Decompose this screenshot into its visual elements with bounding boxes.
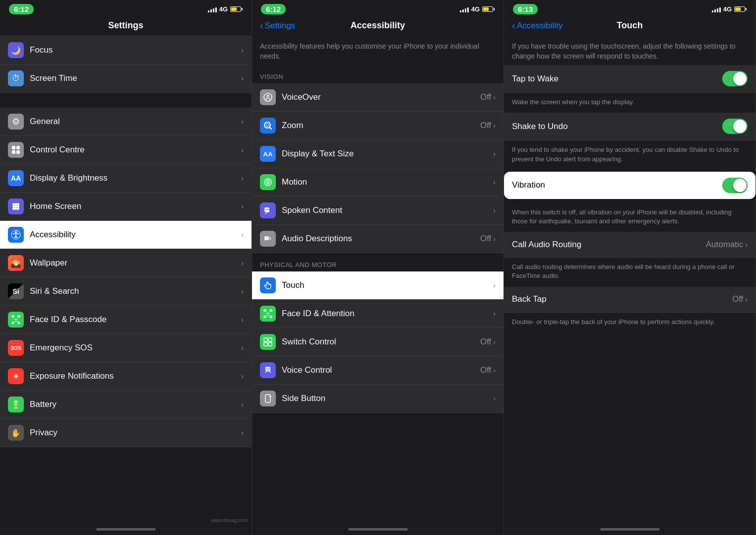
sidebar-item-emergencysos[interactable]: SOS Emergency SOS › bbox=[0, 334, 252, 362]
sidebar-item-battery[interactable]: 🔋 Battery › bbox=[0, 391, 252, 419]
accessibility-description: Accessibility features help you customis… bbox=[252, 36, 504, 65]
audio-chevron: › bbox=[493, 235, 496, 243]
status-bar-3: 6:13 4G bbox=[504, 0, 756, 16]
svg-rect-0 bbox=[12, 146, 15, 149]
svg-point-21 bbox=[264, 93, 272, 101]
touch-item-backtap[interactable]: Back Tap Off › bbox=[504, 287, 756, 313]
status-bar-2: 6:12 4G bbox=[252, 0, 504, 16]
svg-rect-41 bbox=[268, 342, 272, 346]
sidebar-item-spoken[interactable]: Spoken Content › bbox=[252, 197, 504, 225]
sidebar-item-focus[interactable]: 🌙 Focus › bbox=[0, 36, 252, 65]
spoken-label: Spoken Content bbox=[282, 205, 342, 215]
sidebar-item-displaytext[interactable]: AA Display & Text Size › bbox=[252, 140, 504, 168]
accessibility-icon bbox=[8, 227, 24, 243]
sidebar-item-wallpaper[interactable]: 🌄 Wallpaper › bbox=[0, 249, 252, 277]
audio-value: Off bbox=[480, 234, 491, 244]
sidebar-item-voiceover[interactable]: VoiceOver Off › bbox=[252, 83, 504, 112]
backtap-value: Off bbox=[732, 294, 743, 304]
touch-item-shaketoundo[interactable]: Shake to Undo bbox=[504, 113, 756, 140]
sidebar-item-display[interactable]: AA Display & Brightness › bbox=[0, 164, 252, 193]
svg-rect-1 bbox=[16, 146, 20, 149]
sidebar-item-faceid[interactable]: Face ID & Passcode › bbox=[0, 306, 252, 334]
sidebar-item-siri[interactable]: Si Siri & Search › bbox=[0, 277, 252, 306]
touch-icon bbox=[260, 277, 276, 293]
svg-rect-34 bbox=[264, 316, 266, 318]
touch-item-taptowake[interactable]: Tap to Wake bbox=[504, 65, 756, 93]
svg-line-25 bbox=[270, 128, 272, 130]
audio-label: Audio Descriptions bbox=[282, 234, 352, 244]
back-button-2[interactable]: ‹ Settings bbox=[260, 20, 295, 31]
privacy-label: Privacy bbox=[30, 428, 58, 438]
watermark: www.deuag.com bbox=[211, 518, 248, 523]
time-3: 6:13 bbox=[513, 4, 538, 14]
voicecontrol-chevron: › bbox=[493, 366, 496, 374]
page-title-1: Settings bbox=[108, 20, 143, 31]
spoken-icon bbox=[260, 202, 276, 218]
svg-rect-38 bbox=[264, 338, 267, 341]
sidebar-item-sidebutton[interactable]: Side Button › bbox=[252, 385, 504, 413]
callaudiorouting-chevron: › bbox=[745, 241, 748, 249]
svg-point-37 bbox=[269, 313, 270, 314]
sidebar-item-switchcontrol[interactable]: Switch Control Off › bbox=[252, 328, 504, 356]
zoom-value: Off bbox=[480, 121, 491, 131]
sidebar-item-exposure[interactable]: ☀ Exposure Notifications › bbox=[0, 362, 252, 391]
general-chevron: › bbox=[241, 118, 244, 126]
sidebar-item-homescreen[interactable]: Home Screen › bbox=[0, 193, 252, 221]
network-type-1: 4G bbox=[219, 5, 228, 13]
page-title-3: Touch bbox=[617, 20, 643, 31]
sidebar-item-general[interactable]: ⚙ General › bbox=[0, 108, 252, 136]
motion-label: Motion bbox=[282, 177, 307, 187]
sidebar-item-touch[interactable]: Touch › bbox=[252, 271, 504, 300]
taptowake-toggle[interactable] bbox=[722, 71, 748, 86]
sidebar-item-accessibility[interactable]: Accessibility › bbox=[0, 221, 252, 249]
svg-point-43 bbox=[266, 368, 267, 369]
status-right-1: 4G bbox=[208, 5, 243, 13]
svg-point-44 bbox=[268, 368, 269, 369]
motion-icon bbox=[260, 174, 276, 190]
displaytext-chevron: › bbox=[493, 150, 496, 158]
sidebar-item-privacy[interactable]: ✋ Privacy › bbox=[0, 419, 252, 447]
display-icon: AA bbox=[8, 170, 24, 186]
voiceover-chevron: › bbox=[493, 93, 496, 101]
sidebar-item-motion[interactable]: Motion › bbox=[252, 168, 504, 197]
sidebar-item-audio[interactable]: Audio Descriptions Off › bbox=[252, 225, 504, 253]
displaytext-label: Display & Text Size bbox=[282, 149, 354, 159]
svg-point-4 bbox=[12, 203, 15, 205]
back-label-2: Settings bbox=[265, 21, 295, 31]
exposure-chevron: › bbox=[241, 372, 244, 380]
sidebar-item-zoom[interactable]: Zoom Off › bbox=[252, 112, 504, 140]
svg-rect-35 bbox=[270, 316, 272, 318]
sidebar-item-controlcentre[interactable]: Control Centre › bbox=[0, 136, 252, 164]
back-button-3[interactable]: ‹ Accessibility bbox=[512, 20, 563, 31]
switchcontrol-value: Off bbox=[480, 337, 491, 347]
touch-item-vibration[interactable]: Vibration bbox=[504, 172, 756, 199]
zoom-icon bbox=[260, 118, 276, 134]
shaketoundo-toggle[interactable] bbox=[722, 119, 748, 134]
sidebar-item-voicecontrol[interactable]: Voice Control Off › bbox=[252, 356, 504, 385]
controlcentre-label: Control Centre bbox=[30, 145, 85, 155]
faceidattention-label: Face ID & Attention bbox=[282, 309, 354, 319]
signal-icon-3 bbox=[712, 6, 721, 12]
spoken-chevron: › bbox=[493, 206, 496, 214]
sidebar-item-faceidattention[interactable]: Face ID & Attention › bbox=[252, 300, 504, 328]
voicecontrol-icon bbox=[260, 362, 276, 378]
homescreen-icon bbox=[8, 199, 24, 214]
time-2: 6:12 bbox=[261, 4, 286, 14]
wallpaper-icon: 🌄 bbox=[8, 255, 24, 271]
touch-item-callaudiorouting[interactable]: Call Audio Routing Automatic › bbox=[504, 232, 756, 258]
sidebar-item-screentime[interactable]: ⏱ Screen Time › bbox=[0, 65, 252, 93]
faceid-label: Face ID & Passcode bbox=[30, 315, 107, 325]
voiceover-icon bbox=[260, 89, 276, 105]
panel-settings: 6:12 4G Settings 🌙 bbox=[0, 0, 252, 535]
exposure-icon: ☀ bbox=[8, 368, 24, 384]
sidebutton-icon bbox=[260, 391, 276, 406]
siri-chevron: › bbox=[241, 287, 244, 295]
vibration-toggle[interactable] bbox=[722, 178, 748, 193]
svg-point-19 bbox=[14, 319, 15, 320]
general-label: General bbox=[30, 117, 60, 127]
svg-rect-2 bbox=[12, 150, 15, 154]
vibration-label: Vibration bbox=[512, 180, 545, 190]
callaudiorouting-label: Call Audio Routing bbox=[512, 240, 581, 250]
signal-icon-1 bbox=[208, 6, 217, 12]
voiceover-value: Off bbox=[480, 92, 491, 102]
